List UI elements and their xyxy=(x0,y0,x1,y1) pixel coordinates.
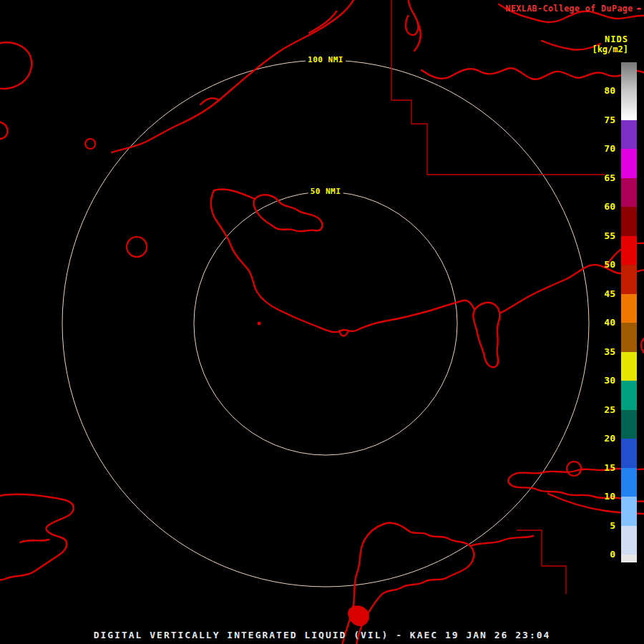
colorbar-segment xyxy=(621,294,637,323)
colorbar-segment xyxy=(621,468,637,497)
brand-text: NEXLAB-College of DuPage xyxy=(506,4,633,14)
colorbar-segment xyxy=(621,91,637,120)
lake-outline xyxy=(85,139,95,149)
coastline xyxy=(20,540,49,542)
coastline xyxy=(473,303,499,367)
coastline xyxy=(253,195,322,231)
colorbar-segment xyxy=(621,381,637,410)
coastline xyxy=(641,335,644,356)
zone-boundary xyxy=(391,0,605,175)
colorbar xyxy=(621,62,637,562)
coastline xyxy=(0,494,74,580)
radar-viewer: 100 NMI50 NMI NEXLAB-College of DuPage ☂… xyxy=(0,0,644,644)
radar-map-canvas xyxy=(0,0,644,644)
coastline xyxy=(214,189,255,199)
footer-caption: DIGITAL VERTICALLY INTEGRATED LIQUID (VI… xyxy=(0,630,644,640)
colorbar-segment xyxy=(621,526,637,555)
colorbar-segment xyxy=(621,265,637,294)
colorbar-segment xyxy=(621,352,637,381)
range-ring xyxy=(62,60,589,587)
coastline xyxy=(421,68,644,79)
colorbar-segment xyxy=(621,207,637,236)
zone-boundary xyxy=(517,530,566,594)
colorbar-segment xyxy=(621,497,637,526)
colorbar-segment xyxy=(621,149,637,178)
colorbar-segment xyxy=(621,120,637,150)
header-brand: NEXLAB-College of DuPage ☂ xyxy=(506,4,643,14)
coastline xyxy=(211,190,474,332)
range-ring xyxy=(194,192,457,455)
lake-outline xyxy=(127,237,147,257)
scale-units: [kg/m2] xyxy=(592,44,628,54)
colorbar-segment xyxy=(621,323,637,352)
colorbar-segment xyxy=(621,178,637,208)
coastline xyxy=(406,0,418,35)
colorbar-segment xyxy=(621,236,637,265)
colorbar-segment xyxy=(621,410,637,439)
islet-dot xyxy=(258,322,261,326)
coastline xyxy=(0,42,31,89)
lake-outline xyxy=(567,462,581,476)
coastline xyxy=(309,11,336,33)
colorbar-segment-below-zero xyxy=(621,555,637,562)
coastline xyxy=(0,122,7,139)
dense-coast-area xyxy=(348,606,369,625)
nexlab-logo-icon: ☂ xyxy=(636,4,642,14)
coastline xyxy=(112,0,356,152)
scale-title: NIDS xyxy=(605,34,628,44)
colorbar-segment xyxy=(621,439,637,468)
colorbar-segment xyxy=(621,62,637,92)
